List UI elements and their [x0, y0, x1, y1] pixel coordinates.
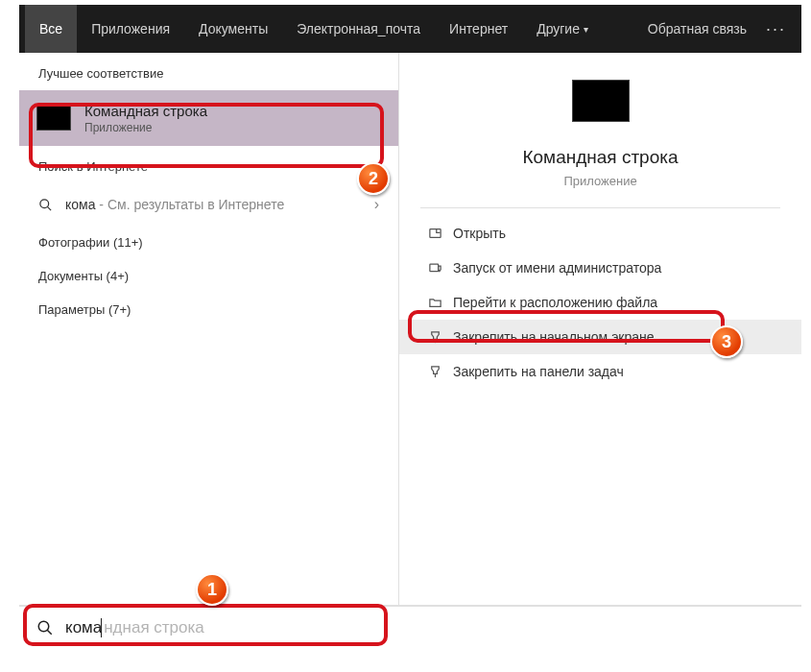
- cmd-icon: [36, 106, 71, 131]
- search-hint-text: ндная строка: [104, 618, 204, 637]
- web-search-item[interactable]: кома - См. результаты в Интернете ›: [19, 183, 398, 226]
- best-match-label: Лучшее соответствие: [19, 53, 398, 90]
- detail-sub: Приложение: [399, 174, 801, 188]
- results-pane: Лучшее соответствие Командная строка При…: [19, 53, 398, 605]
- pin-taskbar-icon: [424, 365, 445, 379]
- chevron-down-icon: ▾: [584, 24, 588, 35]
- search-typed-text: кома: [65, 618, 102, 637]
- folder-icon: [424, 296, 445, 310]
- text-cursor: [101, 618, 102, 637]
- best-match-title: Командная строка: [84, 103, 207, 119]
- action-open[interactable]: Открыть: [399, 216, 801, 251]
- documents-row[interactable]: Документы (4+): [19, 259, 398, 293]
- action-pin-start[interactable]: Закрепить на начальном экране: [399, 320, 801, 354]
- best-match-sub: Приложение: [84, 121, 207, 134]
- web-search-text: кома - См. результаты в Интернете: [65, 197, 284, 212]
- tab-apps[interactable]: Приложения: [77, 5, 184, 53]
- shield-icon: [424, 261, 445, 276]
- tab-internet[interactable]: Интернет: [435, 5, 522, 53]
- detail-thumb-icon: [572, 80, 630, 122]
- feedback-link[interactable]: Обратная связь: [638, 21, 756, 36]
- chevron-right-icon: ›: [374, 196, 379, 213]
- action-pin-taskbar[interactable]: Закрепить на панели задач: [399, 354, 801, 389]
- pin-start-icon: [424, 330, 445, 345]
- tab-email[interactable]: Электронная_почта: [282, 5, 435, 53]
- tab-other[interactable]: Другие▾: [522, 5, 603, 53]
- tab-all[interactable]: Все: [25, 5, 77, 53]
- detail-pane: Командная строка Приложение Открыть Запу…: [398, 53, 801, 605]
- detail-title: Командная строка: [399, 147, 801, 168]
- web-search-label: Поиск в Интернете: [19, 146, 398, 183]
- search-input[interactable]: командная строка: [19, 605, 801, 648]
- photos-row[interactable]: Фотографии (11+): [19, 226, 398, 259]
- svg-point-0: [40, 199, 49, 207]
- action-open-location[interactable]: Перейти к расположению файла: [399, 285, 801, 320]
- parameters-row[interactable]: Параметры (7+): [19, 293, 398, 326]
- svg-rect-3: [429, 264, 438, 272]
- filter-tabs: Все Приложения Документы Электронная_поч…: [19, 5, 801, 53]
- tab-documents[interactable]: Документы: [184, 5, 282, 53]
- open-icon: [424, 227, 445, 241]
- more-icon[interactable]: ···: [756, 19, 796, 39]
- svg-line-1: [47, 206, 51, 210]
- action-run-as-admin[interactable]: Запуск от имени администратора: [399, 251, 801, 285]
- search-icon: [36, 619, 54, 636]
- svg-line-7: [47, 630, 52, 635]
- best-match-item[interactable]: Командная строка Приложение: [19, 90, 398, 146]
- search-icon: [38, 198, 54, 212]
- svg-point-6: [38, 621, 49, 632]
